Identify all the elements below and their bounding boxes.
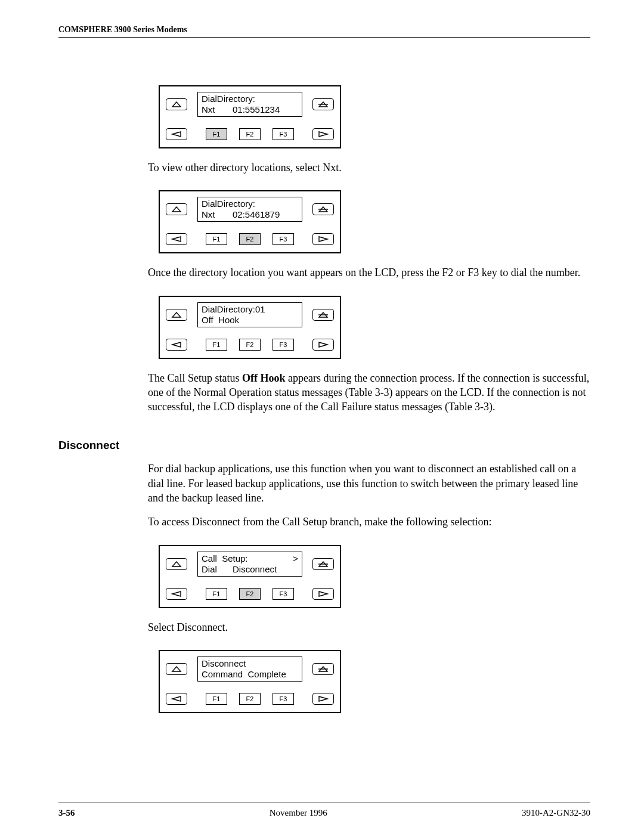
lcd-line1-right: > — [293, 553, 298, 564]
fkey-row: F1F2F3 — [197, 693, 302, 705]
right-button-icon — [312, 233, 334, 245]
svg-marker-15 — [172, 562, 181, 566]
paragraph: Once the directory location you want app… — [148, 265, 590, 280]
svg-marker-9 — [319, 237, 327, 241]
lcd-line2-col1: Nxt — [202, 209, 227, 220]
up-button-icon — [166, 309, 187, 321]
lcd-line2-col1: Command Complete — [202, 669, 286, 680]
fkey-row: F1F2F3 — [197, 233, 302, 245]
lcd-screen: DialDirectory:Nxt02:5461879 — [197, 197, 302, 222]
lcd-line1: Call Setup: — [202, 553, 248, 564]
fkey-f1: F1 — [206, 128, 227, 140]
left-button-icon — [166, 233, 187, 245]
text-bold: Off Hook — [242, 372, 286, 384]
svg-marker-10 — [172, 312, 181, 317]
right-button-icon — [312, 339, 334, 351]
footer-rule — [58, 803, 590, 803]
lcd-line1: Disconnect — [202, 658, 298, 669]
fkey-f3: F3 — [273, 339, 294, 351]
lcd-panel-1: DialDirectory:Nxt01:5551234F1F2F3 — [159, 85, 341, 148]
lcd-line1: DialDirectory: — [202, 94, 298, 104]
up-button-icon — [166, 558, 187, 570]
lcd-line2-col1: Nxt — [202, 104, 227, 115]
svg-marker-14 — [319, 342, 327, 347]
left-button-icon — [166, 128, 187, 140]
svg-marker-18 — [172, 592, 181, 596]
right-button-icon — [312, 693, 334, 705]
lcd-line1: DialDirectory:01 — [202, 304, 298, 315]
footer-date: November 1996 — [270, 808, 327, 818]
fkey-f2: F2 — [239, 339, 261, 351]
page-footer: 3-56 November 1996 3910-A2-GN32-30 — [58, 808, 590, 818]
fkey-f2: F2 — [239, 588, 261, 600]
lcd-panel-2: DialDirectory:Nxt02:5461879F1F2F3 — [159, 190, 341, 253]
svg-marker-0 — [172, 102, 181, 107]
paragraph: To view other directory locations, selec… — [148, 160, 590, 175]
svg-marker-24 — [319, 696, 327, 701]
lcd-screen: DisconnectCommand Complete — [197, 657, 302, 682]
lcd-panel-5: DisconnectCommand CompleteF1F2F3 — [159, 650, 341, 713]
fkey-f2: F2 — [239, 233, 261, 245]
paragraph: For dial backup applications, use this f… — [148, 462, 590, 505]
lcd-line2-col1: Off Hook — [202, 315, 239, 326]
lcd-line2-col2: 02:5461879 — [233, 209, 280, 220]
up-strike-button-icon — [312, 309, 334, 321]
document-page: COMSPHERE 3900 Series Modems DialDirecto… — [0, 0, 644, 833]
lcd-line2-col1: Dial — [202, 564, 227, 575]
fkey-f1: F1 — [206, 693, 227, 705]
lcd-line1: DialDirectory: — [202, 199, 298, 209]
left-button-icon — [166, 339, 187, 351]
svg-marker-3 — [172, 132, 181, 137]
header-rule — [58, 37, 590, 38]
lcd-line2-col2: 01:5551234 — [233, 104, 280, 115]
left-button-icon — [166, 693, 187, 705]
footer-docid: 3910-A2-GN32-30 — [522, 808, 590, 818]
fkey-f1: F1 — [206, 233, 227, 245]
up-strike-button-icon — [312, 203, 334, 215]
lcd-panel-4: Call Setup:>DialDisconnectF1F2F3 — [159, 545, 341, 608]
svg-marker-19 — [319, 592, 327, 596]
paragraph: The Call Setup status Off Hook appears d… — [148, 371, 590, 414]
svg-marker-20 — [172, 667, 181, 671]
up-strike-button-icon — [312, 98, 334, 110]
up-button-icon — [166, 203, 187, 215]
text: The Call Setup status — [148, 372, 242, 384]
page-header: COMSPHERE 3900 Series Modems — [58, 25, 590, 35]
svg-marker-13 — [172, 342, 181, 347]
svg-marker-23 — [172, 696, 181, 701]
svg-marker-5 — [172, 207, 181, 212]
fkey-row: F1F2F3 — [197, 339, 302, 351]
lcd-screen: DialDirectory:Nxt01:5551234 — [197, 92, 302, 117]
fkey-f2: F2 — [239, 128, 261, 140]
svg-marker-8 — [172, 237, 181, 241]
fkey-f3: F3 — [273, 233, 294, 245]
fkey-row: F1F2F3 — [197, 128, 302, 140]
up-button-icon — [166, 98, 187, 110]
page-number: 3-56 — [58, 808, 75, 818]
lcd-line2-col2: Disconnect — [233, 564, 277, 575]
fkey-f3: F3 — [273, 693, 294, 705]
up-button-icon — [166, 663, 187, 675]
svg-marker-4 — [319, 132, 327, 137]
paragraph: Select Disconnect. — [148, 620, 590, 634]
left-button-icon — [166, 588, 187, 600]
up-strike-button-icon — [312, 558, 334, 570]
fkey-f3: F3 — [273, 128, 294, 140]
main-content: For dial backup applications, use this f… — [148, 462, 590, 713]
lcd-screen: DialDirectory:01Off Hook — [197, 302, 302, 327]
paragraph: To access Disconnect from the Call Setup… — [148, 515, 590, 529]
right-button-icon — [312, 128, 334, 140]
fkey-f1: F1 — [206, 588, 227, 600]
section-heading-disconnect: Disconnect — [58, 439, 590, 452]
fkey-f1: F1 — [206, 339, 227, 351]
right-button-icon — [312, 588, 334, 600]
fkey-f2: F2 — [239, 693, 261, 705]
fkey-row: F1F2F3 — [197, 588, 302, 600]
lcd-screen: Call Setup:>DialDisconnect — [197, 552, 302, 577]
up-strike-button-icon — [312, 663, 334, 675]
fkey-f3: F3 — [273, 588, 294, 600]
lcd-panel-3: DialDirectory:01Off HookF1F2F3 — [159, 296, 341, 359]
main-content: DialDirectory:Nxt01:5551234F1F2F3 To vie… — [148, 85, 590, 414]
